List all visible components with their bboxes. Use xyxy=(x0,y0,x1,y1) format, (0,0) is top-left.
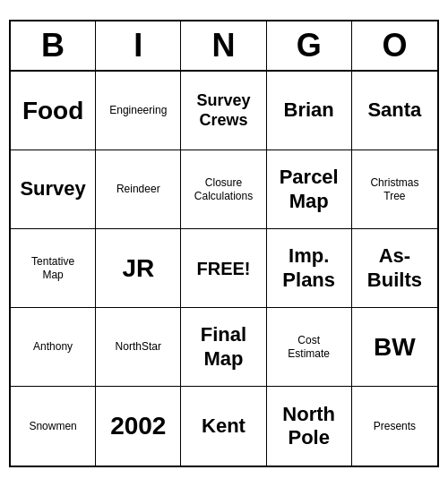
cell-text: Food xyxy=(22,96,83,126)
header-letter: O xyxy=(352,21,437,70)
header-letter: B xyxy=(11,21,96,70)
cell-text: Presents xyxy=(374,420,416,432)
cell-text: Survey Crews xyxy=(196,91,250,130)
cell-text: Snowmen xyxy=(29,420,76,432)
bingo-cell[interactable]: Survey xyxy=(11,150,96,229)
header-letter: N xyxy=(181,21,266,70)
bingo-cell[interactable]: Engineering xyxy=(96,72,181,150)
cell-text: Brian xyxy=(284,98,334,122)
bingo-cell[interactable]: Presents xyxy=(352,387,437,466)
bingo-cell[interactable]: Parcel Map xyxy=(267,150,352,229)
cell-text: Imp. Plans xyxy=(282,244,335,292)
bingo-cell[interactable]: Tentative Map xyxy=(11,229,96,308)
bingo-cell[interactable]: Reindeer xyxy=(96,150,181,229)
bingo-cell[interactable]: Final Map xyxy=(181,308,266,387)
cell-text: BW xyxy=(374,332,416,363)
cell-text: FREE! xyxy=(196,258,250,279)
bingo-header: BINGO xyxy=(11,21,437,72)
bingo-card: BINGO FoodEngineeringSurvey CrewsBrianSa… xyxy=(9,20,439,467)
bingo-cell[interactable]: Cost Estimate xyxy=(267,308,352,387)
cell-text: Parcel Map xyxy=(280,166,339,213)
cell-text: Closure Calculations xyxy=(194,176,253,202)
bingo-cell[interactable]: Closure Calculations xyxy=(181,150,266,229)
cell-text: Anthony xyxy=(33,340,73,353)
bingo-cell[interactable]: Brian xyxy=(267,72,352,150)
cell-text: NorthStar xyxy=(116,340,161,353)
cell-text: Tentative Map xyxy=(31,255,74,281)
bingo-cell[interactable]: JR xyxy=(96,229,181,308)
header-letter: I xyxy=(96,21,181,70)
cell-text: Survey xyxy=(20,177,85,201)
bingo-cell[interactable]: NorthStar xyxy=(96,308,181,387)
bingo-cell[interactable]: As- Builts xyxy=(352,229,437,308)
bingo-cell[interactable]: 2002 xyxy=(96,387,181,466)
bingo-cell[interactable]: Food xyxy=(11,72,96,150)
cell-text: Santa xyxy=(367,98,421,122)
cell-text: Cost Estimate xyxy=(288,334,330,360)
cell-text: Reindeer xyxy=(116,183,160,195)
bingo-cell[interactable]: North Pole xyxy=(267,387,352,466)
bingo-cell[interactable]: BW xyxy=(352,308,437,387)
cell-text: Kent xyxy=(202,414,246,438)
bingo-cell[interactable]: FREE! xyxy=(181,229,266,308)
bingo-cell[interactable]: Christmas Tree xyxy=(352,150,437,229)
bingo-cell[interactable]: Survey Crews xyxy=(181,72,266,150)
cell-text: North Pole xyxy=(282,403,335,450)
cell-text: Engineering xyxy=(109,104,167,116)
cell-text: 2002 xyxy=(110,411,166,441)
cell-text: JR xyxy=(122,253,154,284)
header-letter: G xyxy=(267,21,352,70)
cell-text: Final Map xyxy=(201,323,246,371)
bingo-cell[interactable]: Snowmen xyxy=(11,387,96,466)
bingo-cell[interactable]: Kent xyxy=(181,387,266,466)
bingo-grid: FoodEngineeringSurvey CrewsBrianSantaSur… xyxy=(11,72,437,466)
bingo-cell[interactable]: Anthony xyxy=(11,308,96,387)
cell-text: Christmas Tree xyxy=(370,176,418,202)
bingo-cell[interactable]: Santa xyxy=(352,72,437,150)
cell-text: As- Builts xyxy=(367,244,422,292)
bingo-cell[interactable]: Imp. Plans xyxy=(267,229,352,308)
